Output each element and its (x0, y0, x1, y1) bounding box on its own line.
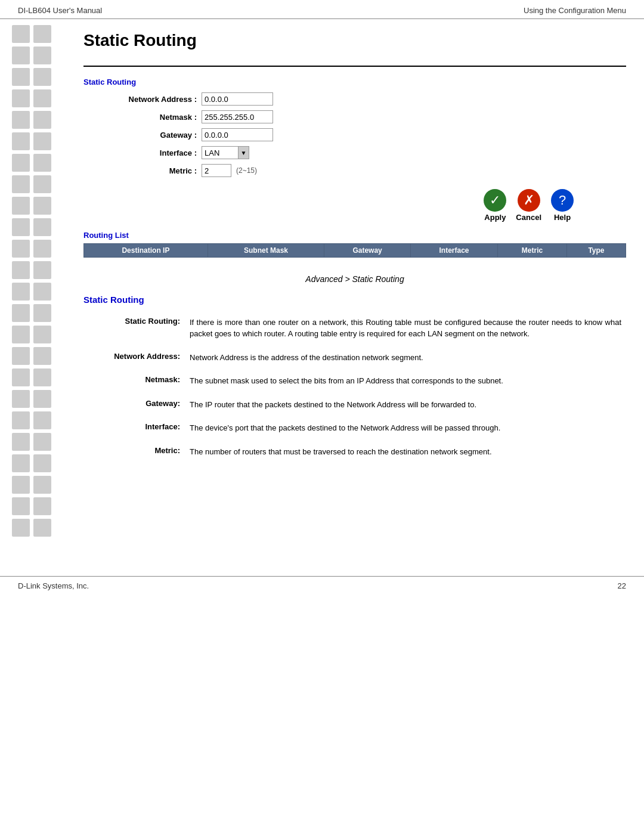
breadcrumb-text: Advanced > Static Routing (305, 274, 404, 284)
cancel-icon: ✗ (518, 189, 540, 212)
desc-def-interface: The device's port that the packets desti… (185, 419, 626, 442)
sidebar-square (12, 390, 30, 408)
sidebar-square (33, 261, 51, 279)
desc-term-gateway: Gateway: (83, 395, 185, 419)
manual-title: DI-LB604 User's Manual (18, 6, 102, 15)
sidebar-row-10 (12, 218, 78, 236)
network-address-input[interactable] (202, 92, 273, 106)
routing-list-link[interactable]: Routing List (83, 231, 626, 240)
sidebar-row-24 (12, 519, 78, 537)
sidebar-row-20 (12, 433, 78, 451)
sidebar-square (12, 326, 30, 343)
sidebar-square (12, 132, 30, 150)
desc-term-network-address: Network Address: (83, 348, 185, 372)
cancel-button-group[interactable]: ✗ Cancel (516, 189, 541, 222)
sidebar-square (33, 347, 51, 365)
sidebar-row-11 (12, 240, 78, 258)
sidebar-square (12, 519, 30, 537)
netmask-label: Netmask : (119, 113, 197, 122)
interface-row: Interface : LAN ▼ (119, 146, 626, 159)
sidebar-row-21 (12, 454, 78, 472)
desc-row-netmask: Netmask: The subnet mask used to select … (83, 371, 626, 395)
sidebar-square (12, 497, 30, 515)
netmask-row: Netmask : (119, 110, 626, 123)
desc-def-network-address: Network Address is the address of the de… (185, 348, 626, 372)
static-routing-form-link[interactable]: Static Routing (83, 78, 626, 86)
interface-select-arrow[interactable]: ▼ (238, 147, 249, 159)
gateway-input[interactable] (202, 128, 273, 141)
desc-row-interface: Interface: The device's port that the pa… (83, 419, 626, 442)
netmask-input[interactable] (202, 110, 273, 123)
desc-table: Static Routing: If there is more than on… (83, 313, 626, 466)
desc-row-gateway: Gateway: The IP router that the packets … (83, 395, 626, 419)
gateway-row: Gateway : (119, 128, 626, 141)
sidebar-square (33, 304, 51, 322)
desc-row-metric: Metric: The number of routers that must … (83, 442, 626, 466)
metric-hint: (2~15) (236, 166, 257, 175)
sidebar-square (12, 347, 30, 365)
sidebar-square (33, 411, 51, 429)
sidebar-square (33, 25, 51, 43)
desc-row-network-address: Network Address: Network Address is the … (83, 348, 626, 372)
sidebar-square (12, 433, 30, 451)
sidebar-square (33, 47, 51, 64)
interface-label: Interface : (119, 148, 197, 157)
sidebar-row-22 (12, 476, 78, 494)
sidebar (0, 19, 78, 540)
metric-input[interactable] (202, 164, 231, 177)
title-divider (83, 66, 626, 67)
sidebar-square (12, 218, 30, 236)
sidebar-row-3 (12, 68, 78, 86)
sidebar-row-9 (12, 197, 78, 215)
sidebar-row-5 (12, 111, 78, 129)
help-button-group[interactable]: ? Help (551, 189, 574, 222)
sidebar-square (33, 132, 51, 150)
desc-section-title: Static Routing (83, 295, 626, 305)
metric-row: Metric : (2~15) (119, 164, 626, 177)
routing-table-empty-row (84, 258, 626, 267)
sidebar-row-12 (12, 261, 78, 279)
section-title: Using the Configuration Menu (524, 6, 626, 15)
apply-label: Apply (484, 213, 506, 222)
sidebar-square (33, 368, 51, 386)
sidebar-square (12, 368, 30, 386)
sidebar-square (12, 304, 30, 322)
interface-select[interactable]: LAN ▼ (202, 146, 249, 159)
col-type: Type (566, 244, 626, 258)
page-title: Static Routing (83, 31, 626, 54)
sidebar-row-15 (12, 326, 78, 343)
desc-term-static-routing: Static Routing: (83, 313, 185, 348)
sidebar-square (33, 454, 51, 472)
gateway-label: Gateway : (119, 131, 197, 140)
page-body: Static Routing Static Routing Network Ad… (0, 19, 644, 540)
main-content: Static Routing Static Routing Network Ad… (78, 19, 644, 540)
sidebar-square (12, 454, 30, 472)
sidebar-row-18 (12, 390, 78, 408)
sidebar-row-8 (12, 175, 78, 193)
sidebar-square (33, 197, 51, 215)
sidebar-row-6 (12, 132, 78, 150)
sidebar-row-14 (12, 304, 78, 322)
sidebar-row-4 (12, 89, 78, 107)
form-table: Network Address : Netmask : Gateway : In… (119, 92, 626, 177)
sidebar-square (12, 261, 30, 279)
col-destination-ip: Destination IP (84, 244, 208, 258)
col-metric: Metric (498, 244, 567, 258)
desc-row-static-routing: Static Routing: If there is more than on… (83, 313, 626, 348)
sidebar-square (12, 197, 30, 215)
sidebar-square (33, 433, 51, 451)
sidebar-row-16 (12, 347, 78, 365)
sidebar-square (33, 175, 51, 193)
sidebar-square (33, 68, 51, 86)
sidebar-square (33, 111, 51, 129)
sidebar-square (12, 89, 30, 107)
help-icon: ? (551, 189, 574, 212)
desc-term-interface: Interface: (83, 419, 185, 442)
footer-company: D-Link Systems, Inc. (18, 581, 89, 590)
sidebar-square (33, 476, 51, 494)
sidebar-square (12, 240, 30, 258)
routing-table: Destination IP Subnet Mask Gateway Inter… (83, 243, 626, 267)
sidebar-square (33, 218, 51, 236)
sidebar-row-1 (12, 25, 78, 43)
apply-button-group[interactable]: ✓ Apply (484, 189, 506, 222)
